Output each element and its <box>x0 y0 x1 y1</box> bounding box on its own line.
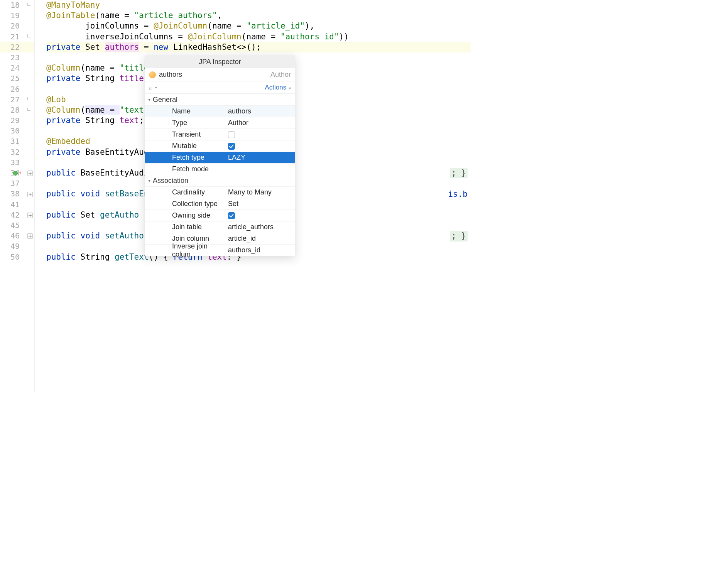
change-marker-icon <box>19 170 22 176</box>
property-key: Cardinality <box>172 188 228 196</box>
checkbox[interactable] <box>228 143 235 150</box>
property-value: Set <box>228 200 238 208</box>
code-line[interactable]: @JoinTable(name = "article_authors", <box>46 10 471 21</box>
property-key: Join table <box>172 223 228 231</box>
property-value: authors <box>228 107 251 115</box>
folded-fragment[interactable]: ; } <box>450 168 468 178</box>
code-editor[interactable]: 1819202122232425262728293031323334373841… <box>0 0 471 392</box>
property-key: Fetch type <box>172 154 228 162</box>
code-line[interactable]: joinColumns = @JoinColumn(name = "articl… <box>46 21 471 31</box>
attribute-type: Author <box>270 71 291 79</box>
fold-end-icon[interactable] <box>27 97 33 103</box>
property-row[interactable]: CardinalityMany to Many <box>145 186 295 198</box>
property-row[interactable]: Nameauthors <box>145 105 295 117</box>
property-row[interactable]: Owning side <box>145 210 295 221</box>
property-value: article_id <box>228 235 256 243</box>
section-general[interactable]: ▾ General <box>145 94 295 105</box>
inspector-attribute-row: authors Author <box>145 68 295 81</box>
property-row[interactable]: Join tablearticle_authors <box>145 221 295 233</box>
code-line[interactable]: inverseJoinColumns = @JoinColumn(name = … <box>46 32 471 42</box>
property-row[interactable]: Collection typeSet <box>145 198 295 210</box>
property-row[interactable]: Mutable <box>145 140 295 152</box>
property-key: Inverse join colum <box>172 242 228 259</box>
fold-expand-icon[interactable] <box>27 192 33 197</box>
jpa-inspector-popup[interactable]: JPA Inspector authors Author ⌕ ▾ Actions… <box>145 55 295 256</box>
inspector-title: JPA Inspector <box>145 55 295 68</box>
code-line[interactable]: @ManyToMany <box>46 0 471 10</box>
folded-fragment[interactable]: is.b <box>448 189 468 199</box>
property-row[interactable]: Inverse join columauthors_id <box>145 244 295 256</box>
property-key: Join column <box>172 235 228 243</box>
property-key: Name <box>172 107 228 115</box>
fold-end-icon[interactable] <box>27 108 33 113</box>
property-row[interactable]: TypeAuthor <box>145 117 295 128</box>
property-value: article_authors <box>228 223 274 231</box>
chevron-down-icon[interactable]: ▾ <box>155 85 157 90</box>
fold-expand-icon[interactable] <box>27 233 33 239</box>
fold-end-icon[interactable] <box>27 34 33 40</box>
property-key: Transient <box>172 130 228 139</box>
chevron-down-icon: ▾ <box>148 178 150 183</box>
checkbox[interactable] <box>228 212 235 219</box>
section-association[interactable]: ▾ Association <box>145 175 295 186</box>
property-key: Mutable <box>172 142 228 150</box>
folded-fragment[interactable]: ; } <box>450 231 468 241</box>
property-value: Many to Many <box>228 188 272 196</box>
code-line[interactable]: private Set authors = new LinkedHashSet<… <box>46 42 471 52</box>
property-value: authors_id <box>228 246 260 254</box>
inspector-search-row[interactable]: ⌕ ▾ Actions ▾ <box>145 81 295 94</box>
chevron-down-icon: ▾ <box>289 86 291 90</box>
property-key: Type <box>172 119 228 127</box>
chevron-down-icon: ▾ <box>148 97 150 102</box>
actions-dropdown[interactable]: Actions ▾ <box>265 84 291 91</box>
property-key: Owning side <box>172 211 228 220</box>
property-row[interactable]: Fetch typeLAZY <box>145 152 295 163</box>
fold-strip <box>26 0 34 392</box>
property-key: Collection type <box>172 200 228 208</box>
fold-end-icon[interactable] <box>27 3 33 8</box>
attribute-name: authors <box>159 71 182 79</box>
checkbox[interactable] <box>228 131 235 138</box>
attribute-icon <box>149 71 156 78</box>
property-row[interactable]: Fetch mode <box>145 163 295 175</box>
property-value: Author <box>228 119 248 127</box>
property-key: Fetch mode <box>172 165 228 173</box>
property-value: LAZY <box>228 154 245 162</box>
fold-expand-icon[interactable] <box>27 171 33 176</box>
search-icon[interactable]: ⌕ <box>149 84 153 91</box>
property-row[interactable]: Transient <box>145 128 295 140</box>
fold-expand-icon[interactable] <box>27 213 33 218</box>
